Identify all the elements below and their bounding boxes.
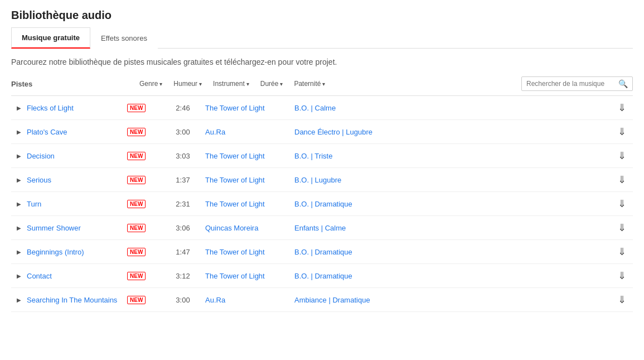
- tab-sound-effects[interactable]: Effets sonores: [90, 27, 158, 49]
- new-badge-area: NEW: [127, 200, 161, 208]
- track-tags[interactable]: B.O. | Dramatique: [294, 248, 611, 256]
- track-duration: 3:12: [161, 272, 205, 280]
- track-artist[interactable]: The Tower of Light: [205, 248, 294, 256]
- track-name[interactable]: Contact: [27, 272, 127, 280]
- new-badge: NEW: [127, 200, 146, 208]
- play-icon: ▶: [17, 225, 21, 231]
- track-duration: 3:00: [161, 128, 205, 136]
- play-icon: ▶: [17, 273, 21, 279]
- new-badge: NEW: [127, 176, 146, 184]
- track-name[interactable]: Flecks of Light: [27, 104, 127, 112]
- track-artist[interactable]: The Tower of Light: [205, 104, 294, 112]
- pistes-label: Pistes: [11, 80, 134, 88]
- download-button[interactable]: ⇓: [611, 174, 633, 186]
- play-button[interactable]: ▶: [11, 249, 27, 255]
- new-badge-area: NEW: [127, 248, 161, 256]
- track-name[interactable]: Turn: [27, 200, 127, 208]
- filter-duree[interactable]: Durée ▾: [255, 78, 289, 90]
- play-icon: ▶: [17, 201, 21, 207]
- track-name[interactable]: Plato's Cave: [27, 128, 127, 136]
- play-button[interactable]: ▶: [11, 129, 27, 135]
- play-icon: ▶: [17, 177, 21, 183]
- table-row: ▶ Decision NEW 3:03 The Tower of Light B…: [11, 144, 633, 168]
- track-artist[interactable]: The Tower of Light: [205, 200, 294, 208]
- search-input[interactable]: [526, 80, 618, 88]
- track-duration: 1:37: [161, 176, 205, 184]
- play-icon: ▶: [17, 129, 21, 135]
- play-button[interactable]: ▶: [11, 153, 27, 159]
- track-name[interactable]: Summer Shower: [27, 224, 127, 232]
- track-name[interactable]: Decision: [27, 152, 127, 160]
- description-text: Parcourez notre bibliothèque de pistes m…: [11, 57, 633, 66]
- track-tags[interactable]: B.O. | Dramatique: [294, 272, 611, 280]
- track-tags[interactable]: B.O. | Calme: [294, 104, 611, 112]
- track-tags[interactable]: B.O. | Lugubre: [294, 176, 611, 184]
- download-button[interactable]: ⇓: [611, 150, 633, 162]
- table-row: ▶ Plato's Cave NEW 3:00 Au.Ra Dance Élec…: [11, 120, 633, 144]
- new-badge-area: NEW: [127, 272, 161, 280]
- search-box: 🔍: [521, 76, 633, 91]
- new-badge: NEW: [127, 296, 146, 304]
- track-name[interactable]: Searching In The Mountains: [27, 296, 127, 304]
- track-duration: 2:46: [161, 104, 205, 112]
- table-row: ▶ Flecks of Light NEW 2:46 The Tower of …: [11, 96, 633, 120]
- table-row: ▶ Summer Shower NEW 3:06 Quincas Moreira…: [11, 216, 633, 240]
- download-button[interactable]: ⇓: [611, 270, 633, 282]
- download-button[interactable]: ⇓: [611, 126, 633, 138]
- page-title: Bibliothèque audio: [11, 9, 633, 22]
- download-button[interactable]: ⇓: [611, 102, 633, 114]
- track-tags[interactable]: B.O. | Dramatique: [294, 200, 611, 208]
- track-tags[interactable]: Dance Électro | Lugubre: [294, 128, 611, 136]
- play-icon: ▶: [17, 153, 21, 159]
- play-icon: ▶: [17, 249, 21, 255]
- track-duration: 3:06: [161, 224, 205, 232]
- new-badge-area: NEW: [127, 128, 161, 136]
- new-badge-area: NEW: [127, 296, 161, 304]
- new-badge: NEW: [127, 224, 146, 232]
- play-button[interactable]: ▶: [11, 297, 27, 303]
- play-button[interactable]: ▶: [11, 225, 27, 231]
- track-tags[interactable]: Ambiance | Dramatique: [294, 296, 611, 304]
- instrument-arrow-icon: ▾: [246, 81, 249, 87]
- download-button[interactable]: ⇓: [611, 246, 633, 258]
- track-list: ▶ Flecks of Light NEW 2:46 The Tower of …: [11, 96, 633, 312]
- toolbar: Pistes Genre ▾ Humeur ▾ Instrument ▾ Dur…: [11, 76, 633, 96]
- download-button[interactable]: ⇓: [611, 198, 633, 210]
- new-badge: NEW: [127, 248, 146, 256]
- track-artist[interactable]: The Tower of Light: [205, 176, 294, 184]
- track-duration: 1:47: [161, 248, 205, 256]
- filter-genre[interactable]: Genre ▾: [134, 78, 168, 90]
- track-artist[interactable]: Au.Ra: [205, 296, 294, 304]
- filter-paternite[interactable]: Paternité ▾: [288, 78, 331, 90]
- track-artist[interactable]: The Tower of Light: [205, 272, 294, 280]
- filter-humeur[interactable]: Humeur ▾: [168, 78, 207, 90]
- new-badge: NEW: [127, 272, 146, 280]
- download-button[interactable]: ⇓: [611, 294, 633, 306]
- play-button[interactable]: ▶: [11, 201, 27, 207]
- play-button[interactable]: ▶: [11, 273, 27, 279]
- play-button[interactable]: ▶: [11, 177, 27, 183]
- table-row: ▶ Serious NEW 1:37 The Tower of Light B.…: [11, 168, 633, 192]
- new-badge-area: NEW: [127, 224, 161, 232]
- new-badge-area: NEW: [127, 152, 161, 160]
- track-artist[interactable]: Au.Ra: [205, 128, 294, 136]
- track-duration: 3:03: [161, 152, 205, 160]
- new-badge: NEW: [127, 128, 146, 136]
- table-row: ▶ Beginnings (Intro) NEW 1:47 The Tower …: [11, 240, 633, 264]
- tab-free-music[interactable]: Musique gratuite: [11, 27, 90, 49]
- download-button[interactable]: ⇓: [611, 222, 633, 234]
- play-icon: ▶: [17, 105, 21, 111]
- track-duration: 3:00: [161, 296, 205, 304]
- track-tags[interactable]: B.O. | Triste: [294, 152, 611, 160]
- new-badge: NEW: [127, 104, 146, 112]
- track-artist[interactable]: The Tower of Light: [205, 152, 294, 160]
- track-tags[interactable]: Enfants | Calme: [294, 224, 611, 232]
- new-badge-area: NEW: [127, 104, 161, 112]
- track-duration: 2:31: [161, 200, 205, 208]
- play-button[interactable]: ▶: [11, 105, 27, 111]
- filter-instrument[interactable]: Instrument ▾: [207, 78, 255, 90]
- table-row: ▶ Searching In The Mountains NEW 3:00 Au…: [11, 288, 633, 312]
- track-name[interactable]: Beginnings (Intro): [27, 248, 127, 256]
- track-name[interactable]: Serious: [27, 176, 127, 184]
- track-artist[interactable]: Quincas Moreira: [205, 224, 294, 232]
